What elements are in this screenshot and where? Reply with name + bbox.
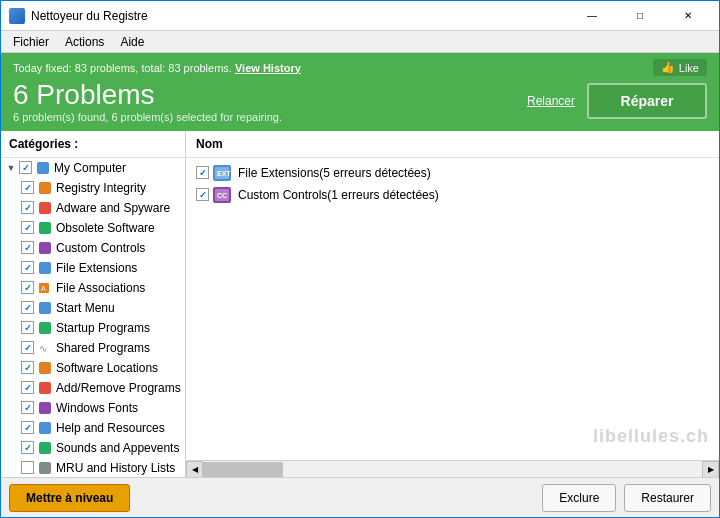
- sidebar-item-start-menu[interactable]: Start Menu: [1, 298, 185, 318]
- sidebar-label-startup: Startup Programs: [56, 321, 150, 335]
- repair-button[interactable]: Réparer: [587, 83, 707, 119]
- checkbox-obsolete[interactable]: [21, 221, 34, 234]
- close-button[interactable]: ✕: [665, 1, 711, 31]
- results-header: Nom: [186, 131, 719, 158]
- checkbox-registry[interactable]: [21, 181, 34, 194]
- sidebar-label-start-menu: Start Menu: [56, 301, 115, 315]
- sidebar-item-file-extensions[interactable]: File Extensions: [1, 258, 185, 278]
- scrollbar-thumb[interactable]: [203, 462, 283, 477]
- computer-icon: [35, 160, 51, 176]
- view-history-link[interactable]: View History: [235, 62, 301, 74]
- result-custom-controls[interactable]: CC Custom Controls(1 erreurs détectées): [186, 184, 719, 206]
- checkbox-file-assoc[interactable]: [21, 281, 34, 294]
- sidebar-item-mru[interactable]: MRU and History Lists: [1, 458, 185, 477]
- checkbox-shared[interactable]: [21, 341, 34, 354]
- checkbox-custom[interactable]: [21, 241, 34, 254]
- result-icon-custom: CC: [212, 187, 232, 203]
- problems-detail: 6 problem(s) found, 6 problem(s) selecte…: [13, 111, 282, 123]
- sidebar-label-sounds: Sounds and Appevents: [56, 441, 179, 455]
- svg-text:∿: ∿: [39, 343, 47, 354]
- sidebar-item-software-loc[interactable]: Software Locations: [1, 358, 185, 378]
- horizontal-scrollbar[interactable]: ◀ ▶: [186, 460, 719, 477]
- window-controls: — □ ✕: [569, 1, 711, 31]
- file-ext-icon: [37, 260, 53, 276]
- sidebar: Catégories : ▼ My Computer Registry Inte…: [1, 131, 186, 477]
- sidebar-item-fonts[interactable]: Windows Fonts: [1, 398, 185, 418]
- title-bar: Nettoyeur du Registre — □ ✕: [1, 1, 719, 31]
- sidebar-label-obsolete: Obsolete Software: [56, 221, 155, 235]
- status-banner: Today fixed: 83 problems, total: 83 prob…: [1, 53, 719, 131]
- sidebar-label-custom: Custom Controls: [56, 241, 145, 255]
- checkbox-my-computer[interactable]: [19, 161, 32, 174]
- restore-button[interactable]: Restaurer: [624, 484, 711, 512]
- result-checkbox-custom[interactable]: [196, 188, 209, 201]
- sidebar-item-add-remove[interactable]: Add/Remove Programs: [1, 378, 185, 398]
- checkbox-help[interactable]: [21, 421, 34, 434]
- file-assoc-icon: A: [37, 280, 53, 296]
- checkbox-fonts[interactable]: [21, 401, 34, 414]
- expand-icon: ▼: [5, 162, 17, 174]
- checkbox-adware[interactable]: [21, 201, 34, 214]
- sidebar-item-help[interactable]: Help and Resources: [1, 418, 185, 438]
- sidebar-item-adware[interactable]: Adware and Spyware: [1, 198, 185, 218]
- result-checkbox-file-ext[interactable]: [196, 166, 209, 179]
- sidebar-item-file-assoc[interactable]: A File Associations: [1, 278, 185, 298]
- sidebar-item-shared[interactable]: ∿ Shared Programs: [1, 338, 185, 358]
- results-panel: Nom EXT File Extensions(5 erreurs détect…: [186, 131, 719, 477]
- custom-icon: [37, 240, 53, 256]
- checkbox-file-ext[interactable]: [21, 261, 34, 274]
- like-button[interactable]: 👍 Like: [653, 59, 707, 76]
- minimize-button[interactable]: —: [569, 1, 615, 31]
- sidebar-label-mru: MRU and History Lists: [56, 461, 175, 475]
- menu-actions[interactable]: Actions: [57, 33, 112, 51]
- result-label-custom: Custom Controls(1 erreurs détectées): [238, 188, 439, 202]
- svg-text:EXT: EXT: [217, 170, 231, 177]
- sidebar-label-my-computer: My Computer: [54, 161, 126, 175]
- fonts-icon: [37, 400, 53, 416]
- result-icon-file-ext: EXT: [212, 165, 232, 181]
- banner-actions: Relancer Réparer: [527, 83, 707, 119]
- sidebar-tree[interactable]: ▼ My Computer Registry Integrity Adware …: [1, 158, 185, 477]
- scroll-right-button[interactable]: ▶: [702, 461, 719, 478]
- sidebar-item-startup[interactable]: Startup Programs: [1, 318, 185, 338]
- sidebar-label-help: Help and Resources: [56, 421, 165, 435]
- sidebar-header: Catégories :: [1, 131, 185, 158]
- sounds-icon: [37, 440, 53, 456]
- checkbox-sounds[interactable]: [21, 441, 34, 454]
- checkbox-software-loc[interactable]: [21, 361, 34, 374]
- results-list[interactable]: EXT File Extensions(5 erreurs détectées)…: [186, 158, 719, 460]
- sidebar-label-file-ext: File Extensions: [56, 261, 137, 275]
- sidebar-item-obsolete[interactable]: Obsolete Software: [1, 218, 185, 238]
- scroll-left-button[interactable]: ◀: [186, 461, 203, 478]
- bottom-toolbar: Mettre à niveau Exclure Restaurer: [1, 477, 719, 517]
- checkbox-start-menu[interactable]: [21, 301, 34, 314]
- sidebar-label-shared: Shared Programs: [56, 341, 150, 355]
- app-icon: [9, 8, 25, 24]
- maximize-button[interactable]: □: [617, 1, 663, 31]
- like-icon: 👍: [661, 61, 675, 74]
- result-file-extensions[interactable]: EXT File Extensions(5 erreurs détectées): [186, 162, 719, 184]
- menu-fichier[interactable]: Fichier: [5, 33, 57, 51]
- exclude-button[interactable]: Exclure: [542, 484, 616, 512]
- result-label-file-ext: File Extensions(5 erreurs détectées): [238, 166, 431, 180]
- add-remove-icon: [37, 380, 53, 396]
- window-title: Nettoyeur du Registre: [31, 9, 569, 23]
- relancer-link[interactable]: Relancer: [527, 94, 575, 108]
- checkbox-add-remove[interactable]: [21, 381, 34, 394]
- sidebar-label-fonts: Windows Fonts: [56, 401, 138, 415]
- sidebar-item-my-computer[interactable]: ▼ My Computer: [1, 158, 185, 178]
- sidebar-item-registry-integrity[interactable]: Registry Integrity: [1, 178, 185, 198]
- registry-icon: [37, 180, 53, 196]
- sidebar-item-custom-controls[interactable]: Custom Controls: [1, 238, 185, 258]
- adware-icon: [37, 200, 53, 216]
- sidebar-label-software-loc: Software Locations: [56, 361, 158, 375]
- sidebar-label-file-assoc: File Associations: [56, 281, 145, 295]
- scrollbar-track[interactable]: [203, 461, 702, 477]
- sidebar-item-sounds[interactable]: Sounds and Appevents: [1, 438, 185, 458]
- checkbox-startup[interactable]: [21, 321, 34, 334]
- mru-icon: [37, 460, 53, 476]
- main-window: Nettoyeur du Registre — □ ✕ Fichier Acti…: [0, 0, 720, 518]
- upgrade-button[interactable]: Mettre à niveau: [9, 484, 130, 512]
- checkbox-mru[interactable]: [21, 461, 34, 474]
- menu-aide[interactable]: Aide: [112, 33, 152, 51]
